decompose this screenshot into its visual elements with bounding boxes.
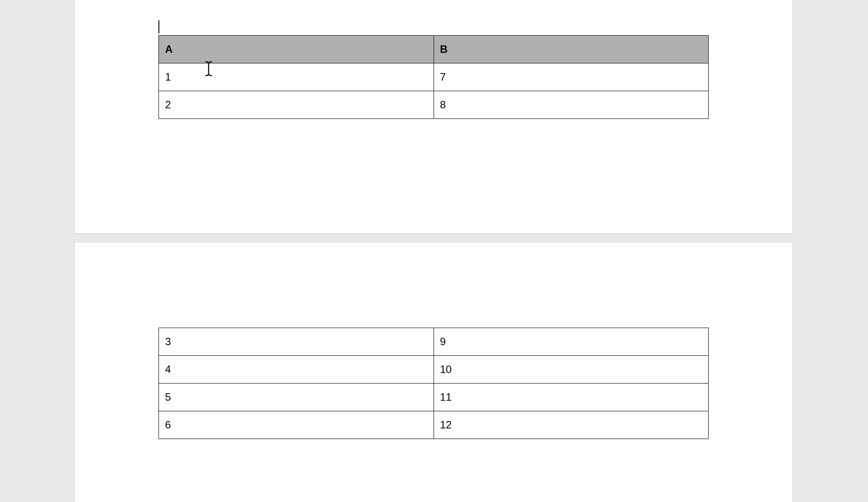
table-cell[interactable]: 10 — [434, 356, 709, 384]
table-cell[interactable]: 8 — [434, 91, 709, 119]
table-cell[interactable]: 6 — [159, 411, 434, 439]
data-table-page1[interactable]: A B 1 7 2 8 — [158, 35, 709, 119]
document-page-2[interactable]: 3 9 4 10 5 11 6 12 — [75, 243, 792, 502]
table-cell[interactable]: 3 — [159, 328, 434, 356]
table-header-row[interactable]: A B — [159, 36, 709, 63]
table-cell[interactable]: 9 — [434, 328, 709, 356]
table-row[interactable]: 3 9 — [159, 328, 709, 356]
table-row[interactable]: 4 10 — [159, 356, 709, 384]
document-page-1[interactable]: A B 1 7 2 8 — [75, 0, 792, 233]
table-cell[interactable]: 12 — [434, 411, 709, 439]
table-header-a[interactable]: A — [159, 36, 434, 63]
table-cell[interactable]: 7 — [434, 63, 709, 91]
table-row[interactable]: 5 11 — [159, 384, 709, 411]
table-row[interactable]: 1 7 — [159, 63, 709, 91]
table-header-b[interactable]: B — [434, 36, 709, 63]
table-cell[interactable]: 4 — [159, 356, 434, 384]
table-row[interactable]: 6 12 — [159, 411, 709, 439]
table-cell[interactable]: 11 — [434, 384, 709, 411]
table-cell[interactable]: 1 — [159, 63, 434, 91]
table-cell[interactable]: 5 — [159, 384, 434, 411]
data-table-page2[interactable]: 3 9 4 10 5 11 6 12 — [158, 328, 709, 439]
text-insertion-cursor — [158, 20, 159, 33]
table-row[interactable]: 2 8 — [159, 91, 709, 119]
table-cell[interactable]: 2 — [159, 91, 434, 119]
